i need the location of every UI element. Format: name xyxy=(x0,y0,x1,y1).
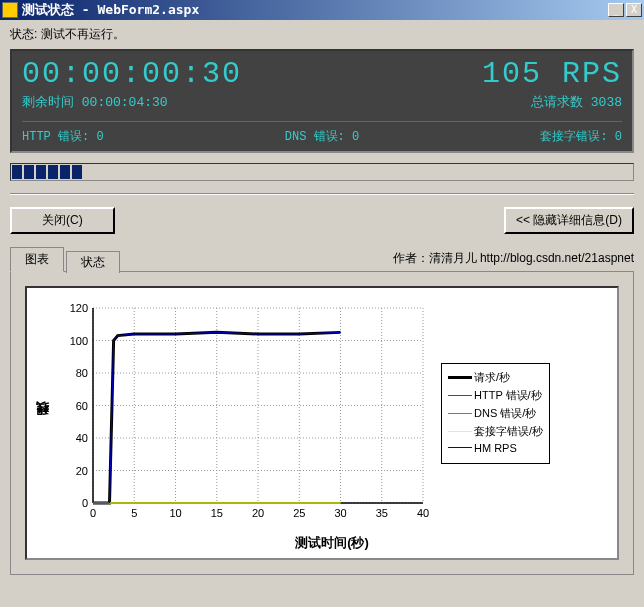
titlebar[interactable]: 测试状态 - WebForm2.aspx _ X xyxy=(0,0,644,20)
svg-text:100: 100 xyxy=(70,335,88,347)
timer-value: 00:00:00:30 xyxy=(22,57,242,91)
panel-divider xyxy=(22,121,622,122)
chart-container: 线程 0510152025303540020406080100120 请求/秒H… xyxy=(10,272,634,575)
close-button[interactable]: X xyxy=(626,3,642,17)
credit-text: 作者：清清月儿 http://blog.csdn.net/21aspnet xyxy=(393,250,634,271)
remain-time: 剩余时间 00:00:04:30 xyxy=(22,93,168,111)
svg-text:15: 15 xyxy=(211,507,223,519)
legend-item: DNS 错误/秒 xyxy=(448,406,543,421)
chart-legend: 请求/秒HTTP 错误/秒DNS 错误/秒套接字错误/秒HM RPS xyxy=(441,363,550,464)
svg-text:0: 0 xyxy=(82,497,88,509)
svg-text:40: 40 xyxy=(417,507,429,519)
progress-bar xyxy=(10,163,634,181)
svg-text:20: 20 xyxy=(76,465,88,477)
chart-plot: 0510152025303540020406080100120 xyxy=(53,298,433,528)
svg-text:20: 20 xyxy=(252,507,264,519)
svg-text:80: 80 xyxy=(76,367,88,379)
app-icon xyxy=(2,2,18,18)
close-action-button[interactable]: 关闭(C) xyxy=(10,207,115,234)
svg-text:35: 35 xyxy=(376,507,388,519)
rps-value: 105 RPS xyxy=(482,57,622,91)
hide-details-button[interactable]: << 隐藏详细信息(D) xyxy=(504,207,634,234)
tab-status[interactable]: 状态 xyxy=(66,251,120,273)
svg-text:60: 60 xyxy=(76,400,88,412)
stats-panel: 00:00:00:30 105 RPS 剩余时间 00:00:04:30 总请求… xyxy=(10,49,634,153)
http-error: HTTP 错误: 0 xyxy=(22,128,104,145)
socket-error: 套接字错误: 0 xyxy=(540,128,622,145)
svg-text:5: 5 xyxy=(131,507,137,519)
status-value: 测试不再运行。 xyxy=(41,27,125,41)
svg-text:120: 120 xyxy=(70,302,88,314)
dns-error: DNS 错误: 0 xyxy=(285,128,359,145)
legend-item: HTTP 错误/秒 xyxy=(448,388,543,403)
total-req: 总请求数 3038 xyxy=(531,93,622,111)
tabs: 图表 状态 作者：清清月儿 http://blog.csdn.net/21asp… xyxy=(10,246,634,272)
tab-chart[interactable]: 图表 xyxy=(10,247,64,272)
svg-text:10: 10 xyxy=(169,507,181,519)
legend-item: 请求/秒 xyxy=(448,370,543,385)
divider xyxy=(10,193,634,195)
svg-text:40: 40 xyxy=(76,432,88,444)
content-area: 状态: 测试不再运行。 00:00:00:30 105 RPS 剩余时间 00:… xyxy=(0,20,644,581)
minimize-button[interactable]: _ xyxy=(608,3,624,17)
legend-item: HM RPS xyxy=(448,442,543,454)
svg-text:30: 30 xyxy=(334,507,346,519)
window-title: 测试状态 - WebForm2.aspx xyxy=(22,1,608,19)
legend-item: 套接字错误/秒 xyxy=(448,424,543,439)
chart-frame: 线程 0510152025303540020406080100120 请求/秒H… xyxy=(25,286,619,560)
svg-text:0: 0 xyxy=(90,507,96,519)
x-axis-label: 测试时间(秒) xyxy=(53,534,611,552)
svg-text:25: 25 xyxy=(293,507,305,519)
status-line: 状态: 测试不再运行。 xyxy=(10,26,634,43)
status-label: 状态: xyxy=(10,27,37,41)
